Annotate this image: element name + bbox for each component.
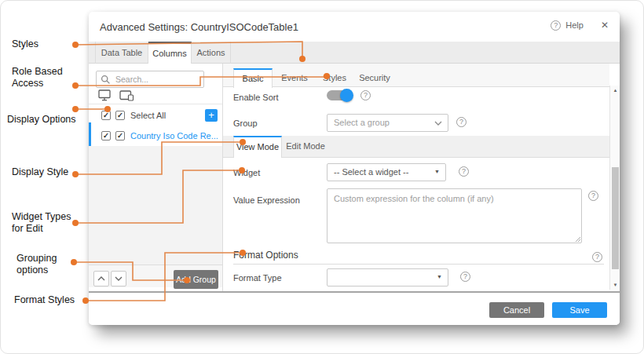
value-expression-help-icon[interactable]: ? <box>588 191 598 201</box>
mobile-display-icon[interactable] <box>119 89 134 101</box>
add-group-button[interactable]: Add Group <box>174 270 218 289</box>
tab-edit-mode[interactable]: Edit Mode <box>282 136 329 158</box>
toggle-knob <box>340 89 353 102</box>
list-divider <box>89 104 222 104</box>
widget-label: Widget <box>233 168 260 177</box>
cancel-button[interactable]: Cancel <box>489 302 544 318</box>
value-expression-label: Value Expression <box>233 195 300 205</box>
enable-sort-help-icon[interactable]: ? <box>360 90 371 100</box>
tab-data-table[interactable]: Data Table <box>95 42 148 64</box>
dot <box>71 259 77 265</box>
advanced-settings-dialog: Advanced Settings: CountryISOCodeTable1 … <box>89 12 620 325</box>
chevron-up-icon <box>97 276 105 281</box>
select-all-label: Select All <box>130 111 166 120</box>
widget-select-value: -- Select a widget -- <box>334 167 408 177</box>
annotation-format-styles: Format Styles <box>14 294 75 306</box>
group-select[interactable]: Select a group <box>327 114 448 132</box>
enable-sort-toggle[interactable] <box>327 90 352 100</box>
dialog-footer: Cancel Save <box>89 293 620 325</box>
subtab-security[interactable]: Security <box>353 68 397 88</box>
subtab-styles[interactable]: Styles <box>317 68 353 88</box>
group-help-icon[interactable]: ? <box>456 117 467 127</box>
caret-down-icon: ▼ <box>434 169 440 174</box>
empty-list-area <box>89 146 222 276</box>
format-options-heading: Format Options <box>233 250 604 265</box>
subtab-basic[interactable]: Basic <box>233 68 273 88</box>
group-label: Group <box>233 119 258 128</box>
annotation-styles: Styles <box>12 38 38 50</box>
subtab-events[interactable]: Events <box>273 68 317 88</box>
vertical-scrollbar[interactable]: ▲ ▼ <box>609 86 620 290</box>
chevron-down-icon <box>434 121 442 126</box>
screenshot-canvas: Advanced Settings: CountryISOCodeTable1 … <box>0 0 644 354</box>
annotation-widget-types-for-edit: Widget Types for Edit <box>12 211 81 235</box>
dialog-body: ✓ ✓ Select All + ✓ ✓ Country Iso Code Re… <box>89 64 620 291</box>
search-box <box>96 71 204 88</box>
annotation-display-options: Display Options <box>7 114 76 126</box>
tab-actions[interactable]: Actions <box>192 42 231 64</box>
enable-sort-label: Enable Sort <box>233 93 278 102</box>
dot <box>72 171 79 177</box>
caret-down-icon: ▼ <box>437 274 442 279</box>
dot <box>82 297 89 304</box>
column-edit-checkbox[interactable]: ✓ <box>115 131 125 141</box>
help-link[interactable]: Help <box>565 20 584 30</box>
move-up-button[interactable] <box>93 271 109 286</box>
annotation-role-based-access: Role Based Access <box>12 66 73 89</box>
sub-tab-bar: Basic Events Styles Security <box>223 64 609 87</box>
help-icon[interactable]: ? <box>551 20 561 31</box>
main-tab-bar: Data Table Columns Actions <box>89 42 620 64</box>
mode-tab-bar: View Mode Edit Mode <box>223 136 609 158</box>
scroll-up-icon[interactable]: ▲ <box>610 86 620 95</box>
column-view-checkbox[interactable]: ✓ <box>101 131 111 141</box>
dot <box>72 42 79 48</box>
chevron-down-icon <box>115 276 123 281</box>
add-column-button[interactable]: + <box>205 109 218 122</box>
widget-select[interactable]: -- Select a widget -- ▼ <box>327 163 446 181</box>
format-type-select[interactable]: ▼ <box>327 268 448 286</box>
format-options-help-icon[interactable]: ? <box>592 252 602 262</box>
scrollbar-thumb[interactable] <box>612 167 619 269</box>
columns-list-panel: ✓ ✓ Select All + ✓ ✓ Country Iso Code Re… <box>89 64 223 291</box>
move-down-button[interactable] <box>111 271 126 286</box>
value-expression-input[interactable] <box>327 188 582 243</box>
annotation-display-style: Display Style <box>12 166 68 178</box>
search-input[interactable] <box>114 72 200 86</box>
format-type-help-icon[interactable]: ? <box>460 272 470 282</box>
plus-icon: + <box>208 109 214 121</box>
scroll-down-icon[interactable]: ▼ <box>610 280 620 290</box>
dialog-title: Advanced Settings: CountryISOCodeTable1 <box>100 21 298 33</box>
desktop-display-icon[interactable] <box>98 89 112 101</box>
select-all-edit-checkbox[interactable]: ✓ <box>115 111 125 120</box>
select-all-row: ✓ ✓ Select All <box>89 107 222 124</box>
group-select-placeholder: Select a group <box>334 118 390 127</box>
dot <box>72 82 79 89</box>
column-row[interactable]: ✓ ✓ Country Iso Code Re... <box>89 127 222 144</box>
resize-grip-icon[interactable] <box>575 236 581 243</box>
select-all-view-checkbox[interactable]: ✓ <box>101 111 111 120</box>
annotation-grouping-options: Grouping options <box>16 253 67 276</box>
column-name[interactable]: Country Iso Code Re... <box>130 131 218 141</box>
search-icon <box>101 75 111 85</box>
tab-columns[interactable]: Columns <box>148 42 192 64</box>
widget-help-icon[interactable]: ? <box>459 166 469 177</box>
tab-view-mode[interactable]: View Mode <box>233 136 282 158</box>
format-type-label: Format Type <box>233 273 282 283</box>
dot <box>72 106 79 112</box>
save-button[interactable]: Save <box>552 302 607 318</box>
column-settings-panel: Basic Events Styles Security Enable Sort… <box>223 64 620 291</box>
list-footer: Add Group <box>89 265 222 287</box>
close-icon[interactable]: ✕ <box>601 20 609 31</box>
